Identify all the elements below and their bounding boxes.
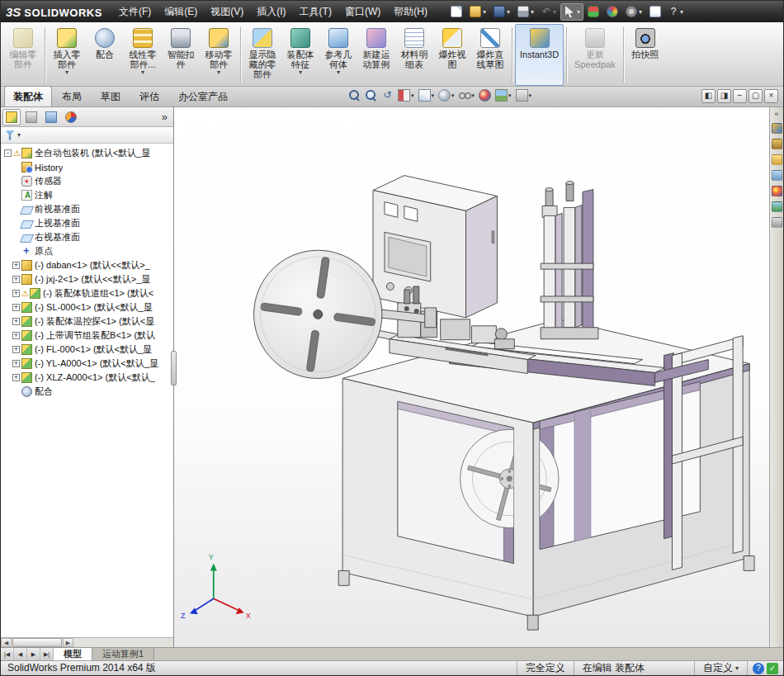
- menu-item[interactable]: 窗口(W): [338, 2, 387, 22]
- view-settings-button[interactable]: ▾: [515, 88, 533, 102]
- edit-appearance-button[interactable]: [603, 3, 621, 21]
- help-button[interactable]: ?▾: [665, 3, 687, 21]
- expand-toggle[interactable]: +: [12, 290, 20, 297]
- expand-toggle[interactable]: +: [12, 346, 20, 353]
- appearances-icon[interactable]: [772, 186, 782, 196]
- sheet-tab[interactable]: 运动算例1: [92, 648, 154, 660]
- scroll-left-arrow[interactable]: ◀: [1, 638, 12, 647]
- select-button[interactable]: ▾: [560, 3, 583, 21]
- status-check-icon[interactable]: ✓: [767, 663, 778, 674]
- tree-item[interactable]: 右视基准面: [2, 230, 173, 244]
- sheet-tab[interactable]: 模型: [54, 648, 92, 660]
- bill-of-materials-button[interactable]: 材料明细表: [395, 24, 433, 86]
- tree-item[interactable]: -⚠全自动包装机 (默认<默认_显: [2, 146, 173, 160]
- command-tab[interactable]: 草图: [92, 86, 130, 106]
- save-button[interactable]: ▾: [490, 3, 513, 21]
- reference-geometry-button[interactable]: 参考几何体▾: [319, 24, 357, 86]
- show-hidden-components-button[interactable]: 显示隐藏的零部件: [243, 24, 281, 86]
- tree-item[interactable]: 注解: [2, 188, 173, 202]
- tree-item[interactable]: +(-) 装配体温控探<1> (默认<显: [2, 314, 173, 329]
- featuremanager-tab[interactable]: [2, 109, 21, 125]
- options-button[interactable]: ▾: [622, 3, 645, 21]
- command-tab[interactable]: 办公室产品: [169, 86, 237, 106]
- expand-toggle[interactable]: +: [12, 304, 20, 311]
- file-explorer-icon[interactable]: [772, 154, 782, 165]
- menu-item[interactable]: 视图(V): [204, 2, 250, 22]
- scroll-right-arrow[interactable]: ▶: [63, 638, 73, 647]
- insert-components-button[interactable]: 插入零部件▾: [48, 24, 86, 86]
- propertymanager-tab[interactable]: [22, 109, 40, 125]
- expand-toggle[interactable]: +: [12, 276, 20, 283]
- apply-scene-button[interactable]: ▾: [494, 88, 512, 102]
- display-pane-left-button[interactable]: ◧: [701, 89, 716, 103]
- scenes-icon[interactable]: [772, 201, 782, 212]
- custom-toolbar-dropdown[interactable]: 自定义 ▾: [694, 661, 747, 675]
- expand-toggle[interactable]: +: [12, 332, 20, 339]
- view-orientation-button[interactable]: ▾: [418, 88, 436, 102]
- zoom-fit-button[interactable]: [347, 88, 361, 102]
- display-pane-right-button[interactable]: ◨: [717, 89, 731, 103]
- command-tab[interactable]: 评估: [130, 86, 168, 106]
- new-file-button[interactable]: [447, 3, 465, 21]
- tree-item[interactable]: 传感器: [2, 174, 173, 188]
- tree-item[interactable]: +(-) FL-000<1> (默认<默认_显: [2, 343, 173, 357]
- file-properties-button[interactable]: [646, 3, 664, 21]
- viewport[interactable]: Y X Z: [174, 107, 769, 647]
- expand-toggle[interactable]: -: [4, 149, 12, 157]
- section-view-button[interactable]: ▾: [397, 88, 415, 102]
- menu-item[interactable]: 帮助(H): [387, 2, 434, 22]
- tree-item[interactable]: 前视基准面: [2, 202, 173, 216]
- configurationmanager-tab[interactable]: [42, 109, 60, 125]
- sheet-nav-button[interactable]: ▶|: [40, 648, 54, 660]
- explode-line-sketch-button[interactable]: 爆炸直线草图: [471, 24, 509, 86]
- print-button[interactable]: ▾: [514, 3, 537, 21]
- command-tab[interactable]: 布局: [53, 86, 91, 106]
- tree-hscrollbar[interactable]: ◀ ▶: [1, 637, 173, 647]
- expand-toggle[interactable]: +: [12, 374, 20, 381]
- menu-item[interactable]: 文件(F): [112, 2, 158, 22]
- update-speedpak-button[interactable]: 更新Speedpak: [569, 24, 621, 86]
- view-palette-icon[interactable]: [772, 170, 782, 181]
- sheet-nav-button[interactable]: |◀: [1, 648, 14, 660]
- expand-toggle[interactable]: +: [12, 360, 20, 367]
- close-button[interactable]: ×: [764, 89, 778, 103]
- menu-item[interactable]: 工具(T): [293, 2, 338, 22]
- task-pane-collapse-icon[interactable]: «: [774, 111, 778, 118]
- tree-item[interactable]: +(-) jxj-2<1> (默认<<默认>_显: [2, 272, 173, 286]
- edit-component-button[interactable]: 编辑零部件: [4, 24, 42, 86]
- tree-item[interactable]: 配合: [2, 385, 173, 399]
- tree-item[interactable]: +(-) 上带调节组装配B<1> (默认: [2, 329, 173, 343]
- previous-view-button[interactable]: ↺: [380, 88, 394, 102]
- linear-component-pattern-button[interactable]: 线性零部件...▾: [124, 24, 162, 86]
- custom-properties-icon[interactable]: [772, 217, 782, 228]
- tree-item[interactable]: +(-) SL-000<1> (默认<默认_显: [2, 300, 173, 314]
- panel-resize-grip[interactable]: [171, 351, 177, 385]
- command-tab[interactable]: 装配体: [4, 86, 52, 106]
- menu-item[interactable]: 插入(I): [250, 2, 292, 22]
- restore-button[interactable]: ▢: [749, 89, 763, 103]
- rebuild-button[interactable]: [584, 3, 602, 21]
- displaymanager-tab[interactable]: [62, 109, 80, 125]
- help-icon[interactable]: ?: [753, 663, 764, 674]
- zoom-area-button[interactable]: [364, 88, 378, 102]
- tree-item[interactable]: +(-) XLZ-A000<1> (默认<默认_: [2, 371, 173, 385]
- mate-button[interactable]: 配合: [86, 24, 124, 86]
- tree-item[interactable]: +(-) daban<1> (默认<<默认>_: [2, 258, 173, 272]
- resources-icon[interactable]: [772, 123, 782, 134]
- sheet-nav-button[interactable]: ▶: [27, 648, 40, 660]
- new-motion-study-button[interactable]: 新建运动算例: [357, 24, 395, 86]
- display-style-button[interactable]: ▾: [437, 88, 456, 102]
- undo-button[interactable]: ↶▾: [538, 3, 560, 21]
- instant3d-button[interactable]: Instant3D: [515, 24, 564, 86]
- open-file-button[interactable]: ▾: [466, 3, 489, 21]
- exploded-view-button[interactable]: 爆炸视图: [433, 24, 471, 86]
- sheet-nav-button[interactable]: ◀: [14, 648, 27, 660]
- design-library-icon[interactable]: [772, 139, 782, 149]
- edit-appearance-button[interactable]: [478, 88, 492, 102]
- assembly-features-button[interactable]: 装配体特征▾: [281, 24, 319, 86]
- move-component-button[interactable]: 移动零部件▾: [200, 24, 238, 86]
- scroll-thumb[interactable]: [12, 638, 62, 647]
- tree-item[interactable]: 原点: [2, 244, 173, 258]
- hide-show-items-button[interactable]: ▾: [458, 88, 476, 102]
- tree-item[interactable]: 上视基准面: [2, 216, 173, 230]
